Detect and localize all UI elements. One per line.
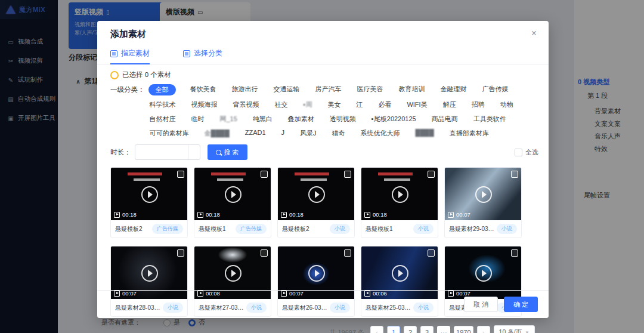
material-tag-badge: 广告传媒 [236, 224, 267, 234]
play-icon[interactable] [141, 186, 158, 203]
page-button[interactable]: 2 [404, 326, 417, 333]
category-chip[interactable]: 可可的素材库 [148, 128, 190, 138]
category-chip[interactable]: 背景视频 [232, 100, 261, 110]
category-chip[interactable]: WIFI类 [405, 100, 428, 110]
category-chip[interactable]: 美女 [326, 100, 342, 110]
selected-count-info: 已选择 0 个素材 [110, 70, 538, 79]
page-button[interactable]: 1970 [454, 326, 473, 333]
category-chip[interactable]: 全部 [148, 84, 176, 95]
category-chip[interactable]: 纯黑白 [252, 114, 274, 124]
confirm-button[interactable]: 确 定 [504, 297, 538, 312]
video-thumbnail[interactable]: 00:07 [445, 168, 521, 220]
material-card[interactable]: 00:18 悬疑模板1 广告传媒 [194, 167, 271, 238]
app-window: 魔方MiX ▭视频合成✂视频混剪✎试玩制作▤自动合成规则▣开屏图片工具 竖版视频… [0, 0, 644, 333]
category-chip[interactable]: 科学技术 [148, 100, 177, 110]
play-icon[interactable] [475, 265, 492, 282]
play-icon[interactable] [392, 265, 408, 282]
tab-specify-material[interactable]: 指定素材 [110, 48, 150, 64]
select-all-checkbox[interactable] [515, 149, 522, 156]
category-chip[interactable]: 工具类软件 [472, 114, 507, 124]
play-icon[interactable] [225, 265, 242, 282]
category-chip[interactable]: 直播部素材库 [448, 128, 490, 138]
card-checkbox[interactable] [428, 171, 435, 178]
category-chip[interactable]: 商品电商 [431, 114, 459, 124]
category-chip[interactable]: 餐饮美食 [189, 84, 218, 95]
category-chip[interactable]: 江 [355, 100, 364, 110]
card-checkbox[interactable] [261, 249, 268, 257]
card-checkbox[interactable] [511, 249, 518, 257]
category-chip[interactable]: ████ [414, 128, 435, 138]
material-tag-badge: 小说 [497, 224, 517, 234]
material-card[interactable]: 00:18 悬疑模板1 小说 [361, 167, 438, 238]
category-chip[interactable]: 自然村庄 [148, 114, 177, 124]
card-checkbox[interactable] [177, 249, 184, 257]
category-chip[interactable]: 交通运输 [273, 84, 301, 95]
chevron-down-icon: ▼ [525, 330, 530, 333]
category-chip[interactable]: 社交 [274, 100, 289, 110]
card-checkbox[interactable] [261, 171, 268, 178]
video-thumbnail[interactable]: 00:18 [111, 168, 187, 220]
prev-page-button[interactable]: ‹ [370, 326, 383, 333]
category-chip[interactable]: 金████ [203, 128, 231, 138]
page-ellipsis[interactable]: ··· [437, 326, 450, 333]
search-button[interactable]: 搜 索 [208, 144, 247, 160]
video-thumbnail[interactable]: 00:18 [194, 168, 271, 220]
card-checkbox[interactable] [428, 249, 435, 257]
next-page-button[interactable]: › [477, 326, 490, 333]
category-chip[interactable]: 房产汽车 [314, 84, 343, 95]
category-chip[interactable]: ▪尾板20220125 [370, 114, 417, 124]
close-icon[interactable]: × [531, 29, 537, 38]
video-thumbnail[interactable]: 00:18 [361, 168, 438, 220]
material-card[interactable]: 00:07 悬疑素材29-0315 小说 [444, 167, 522, 238]
category-chip[interactable]: ZZAD1 [244, 128, 267, 138]
page-size-select[interactable]: 10 条/页 ▼ [494, 325, 535, 333]
play-icon[interactable] [392, 186, 408, 203]
play-icon[interactable] [141, 265, 158, 282]
category-chip[interactable]: 招聘 [470, 100, 486, 110]
category-chip[interactable]: 系统优化大师 [360, 128, 401, 138]
page-button[interactable]: 1 [387, 326, 400, 333]
play-icon[interactable] [475, 186, 492, 203]
play-icon[interactable] [308, 265, 325, 282]
category-chip[interactable]: 猎奇 [331, 128, 346, 138]
category-chip[interactable]: 解压 [442, 100, 457, 110]
duration-badge: 00:07 [448, 211, 470, 218]
category-chip[interactable]: 叠加素材 [287, 114, 315, 124]
duration-input[interactable] [135, 144, 200, 160]
category-chip[interactable]: 金融理财 [439, 84, 468, 95]
category-chip[interactable]: 风景J [299, 128, 318, 138]
category-chip[interactable]: 透明视频 [329, 114, 357, 124]
category-list: 全部餐饮美食旅游出行交通运输房产汽车医疗美容教育培训金融理财广告传媒科学技术视频… [148, 84, 539, 138]
material-card[interactable]: 00:18 悬疑模板2 小说 [277, 167, 355, 238]
category-chip[interactable]: 动物 [499, 100, 515, 110]
page-button[interactable]: 3 [420, 326, 434, 333]
material-name: 悬疑模板1 [199, 225, 226, 233]
card-checkbox[interactable] [344, 249, 351, 257]
category-chip[interactable]: 必看 [377, 100, 392, 110]
category-chip[interactable]: 旅游出行 [231, 84, 259, 95]
video-icon [364, 212, 370, 218]
category-chip[interactable]: ▪周 [302, 100, 314, 110]
video-icon [281, 212, 287, 218]
material-tag-badge: 小说 [413, 224, 434, 234]
material-card[interactable]: 00:18 悬疑模板2 广告传媒 [110, 167, 188, 238]
pagination-total: 共 19697 条 [329, 328, 364, 333]
category-chip[interactable]: 临时 [190, 114, 206, 124]
play-icon[interactable] [225, 186, 242, 203]
material-name: 悬疑素材29-0315 [449, 225, 494, 233]
category-chip[interactable]: 广告传媒 [481, 84, 510, 95]
card-checkbox[interactable] [511, 171, 518, 178]
duration-badge: 00:18 [364, 211, 387, 218]
cancel-button[interactable]: 取 消 [464, 297, 498, 312]
category-chip[interactable]: 医疗美容 [356, 84, 385, 95]
video-thumbnail[interactable]: 00:18 [278, 168, 354, 220]
category-chip[interactable]: 视频海报 [190, 100, 219, 110]
card-checkbox[interactable] [344, 171, 351, 178]
duration-badge: 00:18 [281, 211, 304, 218]
category-chip[interactable]: J [280, 128, 286, 138]
category-chip[interactable]: 教育培训 [398, 84, 426, 95]
card-checkbox[interactable] [177, 171, 184, 178]
tab-choose-category[interactable]: 选择分类 [183, 48, 222, 64]
play-icon[interactable] [308, 186, 325, 203]
category-chip[interactable]: 网_15 [219, 114, 239, 124]
